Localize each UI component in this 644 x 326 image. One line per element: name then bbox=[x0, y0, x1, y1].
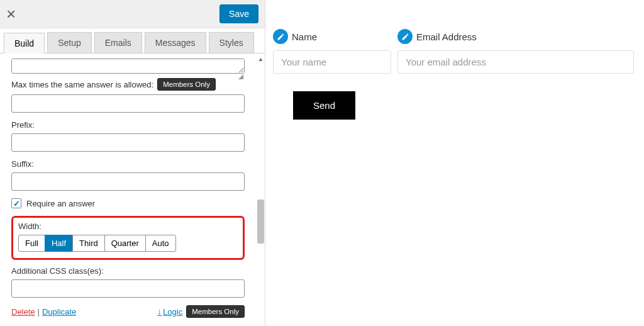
require-answer-checkbox[interactable] bbox=[11, 198, 21, 208]
max-times-input[interactable] bbox=[11, 94, 245, 113]
link-separator: | bbox=[38, 307, 40, 317]
width-label: Width: bbox=[18, 222, 238, 231]
width-option-auto[interactable]: Auto bbox=[145, 235, 176, 252]
delete-link[interactable]: Delete bbox=[11, 307, 35, 317]
field-settings-panel: Max times the same answer is allowed: Me… bbox=[0, 53, 256, 326]
width-segmented-control: Full Half Third Quarter Auto bbox=[18, 235, 238, 252]
width-highlight: Width: Full Half Third Quarter Auto bbox=[11, 216, 245, 260]
scrollbar[interactable]: ▲ bbox=[256, 53, 265, 326]
width-option-third[interactable]: Third bbox=[72, 235, 105, 252]
email-field-label: Email Address bbox=[416, 31, 477, 42]
prefix-input[interactable] bbox=[11, 133, 245, 152]
members-only-badge: Members Only bbox=[157, 78, 216, 91]
top-bar: × Save bbox=[0, 0, 265, 28]
tab-messages[interactable]: Messages bbox=[145, 32, 206, 53]
additional-classes-input[interactable] bbox=[11, 279, 245, 298]
email-input[interactable] bbox=[397, 50, 634, 74]
require-answer-label: Require an answer bbox=[26, 199, 95, 208]
suffix-label: Suffix: bbox=[11, 159, 245, 169]
width-option-full[interactable]: Full bbox=[18, 235, 45, 252]
builder-panel: × Save Build Setup Emails Messages Style… bbox=[0, 0, 265, 326]
tab-build[interactable]: Build bbox=[4, 33, 45, 53]
width-option-quarter[interactable]: Quarter bbox=[104, 235, 146, 252]
logic-arrow-icon: ↓ bbox=[157, 306, 162, 317]
form-preview: Name Email Address Send bbox=[265, 0, 644, 326]
tab-emails[interactable]: Emails bbox=[94, 32, 142, 53]
close-icon[interactable]: × bbox=[6, 6, 16, 22]
prefix-label: Prefix: bbox=[11, 120, 245, 130]
name-field-label: Name bbox=[292, 31, 317, 42]
pencil-icon[interactable] bbox=[397, 29, 413, 44]
additional-classes-label: Additional CSS class(es): bbox=[11, 266, 245, 276]
pencil-icon[interactable] bbox=[273, 29, 288, 44]
tab-bar: Build Setup Emails Messages Styles bbox=[0, 28, 265, 53]
scroll-thumb[interactable] bbox=[257, 200, 264, 244]
duplicate-link[interactable]: Duplicate bbox=[42, 307, 76, 317]
save-button[interactable]: Save bbox=[219, 4, 258, 23]
previous-field-textarea[interactable] bbox=[11, 59, 245, 74]
tab-setup[interactable]: Setup bbox=[47, 32, 92, 53]
send-button[interactable]: Send bbox=[293, 91, 355, 120]
suffix-input[interactable] bbox=[11, 172, 245, 191]
tab-styles[interactable]: Styles bbox=[209, 32, 254, 53]
width-option-half[interactable]: Half bbox=[45, 235, 73, 252]
logic-link[interactable]: ↓ Logic bbox=[157, 306, 182, 317]
logic-members-only-badge: Members Only bbox=[186, 305, 245, 318]
scroll-up-icon: ▲ bbox=[258, 56, 264, 62]
max-times-label: Max times the same answer is allowed: bbox=[11, 80, 153, 89]
name-input[interactable] bbox=[273, 50, 391, 74]
